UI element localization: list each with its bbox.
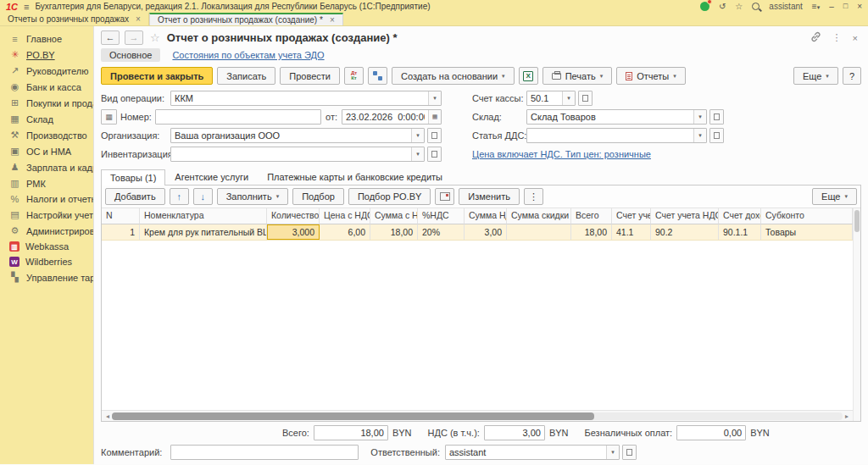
scrollbar-thumb[interactable] — [112, 412, 594, 420]
chevron-down-icon[interactable]: ▾ — [562, 91, 575, 105]
history-icon[interactable]: ↺ — [719, 3, 726, 11]
chevron-down-icon[interactable]: ▾ — [606, 446, 619, 459]
sidebar-item-accounting-settings[interactable]: ▤Настройки учета — [0, 207, 93, 223]
table-cell-total[interactable]: 18,00 — [571, 224, 612, 240]
move-row-up-button[interactable]: ↑ — [170, 188, 189, 205]
sidebar-item-webkassa[interactable]: ▥Webkassa — [0, 239, 93, 254]
cashless-input[interactable] — [676, 425, 746, 440]
organization-input[interactable] — [171, 129, 411, 142]
total-input[interactable] — [314, 425, 388, 440]
column-header-vat-rate[interactable]: %НДС — [418, 208, 465, 224]
scroll-left-icon[interactable]: ◂ — [103, 412, 112, 420]
edit-row-button[interactable]: Изменить — [459, 188, 520, 205]
notifications-icon[interactable] — [700, 2, 709, 11]
calendar-icon[interactable]: ▦ — [428, 110, 441, 124]
tab-payment-cards[interactable]: Платежные карты и банковские кредиты — [258, 169, 452, 185]
scroll-right-icon[interactable]: ▸ — [843, 412, 851, 420]
more-actions-icon[interactable]: ⋮ — [832, 32, 842, 43]
forward-button[interactable]: → — [125, 30, 143, 45]
help-button[interactable]: ? — [843, 67, 861, 85]
main-menu-icon[interactable]: ≡ — [24, 2, 29, 12]
chevron-down-icon[interactable]: ▾ — [411, 129, 424, 142]
table-more-button[interactable]: Еще▾ — [812, 188, 857, 205]
column-header-total[interactable]: Всего — [571, 208, 612, 224]
warehouse-input[interactable] — [527, 110, 693, 124]
minimize-button[interactable]: – — [829, 3, 834, 11]
open-responsible-icon[interactable] — [622, 445, 637, 460]
table-cell-vat-rate[interactable]: 20% — [418, 224, 465, 240]
price-includes-vat-link[interactable]: Цена включает НДС. Тип цен: розничные — [472, 149, 651, 159]
table-cell-vat-account[interactable]: 90.2 — [651, 224, 719, 240]
add-row-button[interactable]: Добавить — [105, 188, 165, 205]
sidebar-item-salary-hr[interactable]: ♟Зарплата и кадры — [0, 159, 93, 175]
column-header-price[interactable]: Цена с НДС — [320, 208, 370, 224]
table-cell-account[interactable]: 41.1 — [612, 224, 651, 240]
fill-button[interactable]: Заполнить▾ — [217, 188, 289, 205]
open-warehouse-icon[interactable] — [709, 109, 724, 125]
table-cell-quantity-selected[interactable]: 3,000 — [267, 224, 320, 240]
inventory-input[interactable] — [171, 147, 411, 161]
horizontal-scrollbar[interactable]: ◂ ▸ — [102, 410, 853, 421]
column-header-subconto[interactable]: Субконто — [761, 208, 853, 224]
post-and-close-button[interactable]: Провести и закрыть — [101, 67, 213, 85]
comment-input[interactable] — [171, 446, 358, 459]
sidebar-item-poby[interactable]: ✳PO.BY — [0, 47, 93, 63]
nav-edo-states-link[interactable]: Состояния по объектам учета ЭДО — [172, 50, 324, 60]
post-button[interactable]: Провести — [280, 67, 340, 85]
favorite-star-icon[interactable]: ☆ — [150, 31, 160, 44]
scrollbar-thumb[interactable] — [854, 210, 860, 232]
tab-close-icon[interactable]: × — [330, 15, 335, 25]
move-row-down-button[interactable]: ↓ — [193, 188, 213, 205]
sidebar-item-fixed-assets[interactable]: ▣ОС и НМА — [0, 143, 93, 159]
sidebar-item-purchases-sales[interactable]: ⊞Покупки и продажи — [0, 95, 93, 111]
sidebar-item-manager[interactable]: ↗Руководителю — [0, 63, 93, 79]
responsible-input[interactable] — [446, 446, 606, 459]
more-button[interactable]: Еще▾ — [793, 67, 838, 85]
chevron-down-icon[interactable]: ▾ — [411, 147, 424, 161]
tab-close-icon[interactable]: × — [136, 14, 141, 24]
tab-retail-sales-list[interactable]: Отчеты о розничных продажах × — [0, 13, 149, 25]
reports-button[interactable]: Отчеты▾ — [616, 67, 686, 85]
table-cell-amount-vat[interactable]: 18,00 — [370, 224, 418, 240]
column-header-nomenclature[interactable]: Номенклатура — [140, 208, 267, 224]
sidebar-item-bank-cash[interactable]: ◉Банк и касса — [0, 79, 93, 95]
sidebar-item-rmk[interactable]: ▥РМК — [0, 175, 93, 191]
table-cell-income-account[interactable]: 90.1.1 — [719, 224, 761, 240]
close-form-icon[interactable]: × — [853, 33, 858, 43]
vat-input[interactable] — [484, 425, 545, 440]
sidebar-item-administration[interactable]: ⚙Администрирование — [0, 223, 93, 239]
close-window-button[interactable]: × — [857, 3, 862, 11]
related-documents-button[interactable] — [368, 67, 387, 85]
pick-roby-button[interactable]: Подбор PO.BY — [348, 188, 431, 205]
open-organization-icon[interactable] — [427, 128, 442, 143]
excel-export-button[interactable]: X — [519, 67, 538, 85]
column-header-quantity[interactable]: Количество — [267, 208, 320, 224]
sidebar-item-main[interactable]: ≡Главное — [0, 31, 93, 47]
save-button[interactable]: Записать — [217, 67, 275, 85]
sidebar-item-taxes[interactable]: %Налоги и отчетность — [0, 191, 93, 207]
table-row[interactable]: 1 Крем для рук питательный BLOOM cosm...… — [102, 224, 853, 241]
dds-item-input[interactable] — [527, 129, 693, 142]
sidebar-item-production[interactable]: ⚒Производство — [0, 127, 93, 143]
date-input[interactable] — [342, 110, 428, 124]
tab-agent-services[interactable]: Агентские услуги — [165, 169, 258, 185]
restore-button[interactable]: □ — [843, 3, 848, 10]
column-header-vat-amount[interactable]: Сумма НДС — [465, 208, 507, 224]
tab-goods[interactable]: Товары (1) — [101, 169, 165, 185]
chevron-down-icon[interactable]: ▾ — [428, 91, 441, 105]
chevron-down-icon[interactable]: ▾ — [693, 110, 706, 124]
nav-main[interactable]: Основное — [101, 48, 160, 62]
table-cell-n[interactable]: 1 — [102, 224, 140, 240]
operation-type-input[interactable] — [171, 91, 428, 105]
cash-account-input[interactable] — [527, 91, 562, 105]
open-inventory-icon[interactable] — [427, 147, 442, 162]
table-cell-nomenclature[interactable]: Крем для рук питательный BLOOM cosm... — [140, 224, 267, 240]
table-cell-discount[interactable] — [507, 224, 571, 240]
column-header-n[interactable]: N — [102, 208, 140, 224]
open-dds-icon[interactable] — [709, 128, 724, 143]
number-input[interactable] — [156, 110, 320, 124]
table-cell-price[interactable]: 6,00 — [320, 224, 370, 240]
chevron-down-icon[interactable]: ▾ — [693, 129, 706, 142]
get-link-icon[interactable] — [810, 31, 821, 44]
sidebar-item-tariff[interactable]: ▚Управление тарифом — [0, 269, 93, 285]
